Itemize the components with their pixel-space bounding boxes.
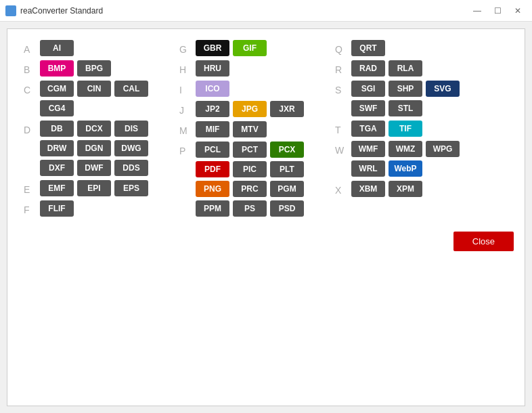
format-btn-wmf[interactable]: WMF xyxy=(351,141,385,157)
letter-I: I xyxy=(179,81,196,95)
section-F: FFLIF xyxy=(24,200,169,217)
format-btn-ppm[interactable]: PPM xyxy=(196,200,229,217)
letter-E: E xyxy=(24,180,40,195)
format-btn-qrt[interactable]: QRT xyxy=(351,40,385,56)
section-X: XXBMXPM xyxy=(335,181,480,197)
format-btn-mtv[interactable]: MTV xyxy=(233,121,267,137)
format-btn-shp[interactable]: SHP xyxy=(389,81,422,97)
format-btn-pcx[interactable]: PCX xyxy=(270,142,304,158)
section-G: GGBRGIF xyxy=(179,40,324,56)
format-btn-sgi[interactable]: SGI xyxy=(351,81,385,97)
format-btn-stl[interactable]: STL xyxy=(389,100,422,116)
format-btn-drw[interactable]: DRW xyxy=(40,140,74,156)
app-icon xyxy=(5,5,16,16)
title-bar-left: reaConverter Standard xyxy=(5,5,103,16)
letter-M: M xyxy=(179,121,196,136)
format-btn-hru[interactable]: HRU xyxy=(196,60,229,77)
format-btn-dxf[interactable]: DXF xyxy=(40,160,74,176)
format-btn-dds[interactable]: DDS xyxy=(114,160,148,176)
minimize-button[interactable]: — xyxy=(468,4,486,18)
format-grid: AAIBBMPBPGCCGMCINCALCG4DDBDCXDISDRWDGNDW… xyxy=(18,40,514,221)
format-btn-wpg[interactable]: WPG xyxy=(426,141,460,157)
section-M: MMIFMTV xyxy=(179,121,324,137)
format-btn-gif[interactable]: GIF xyxy=(233,40,267,56)
section-C: CCGMCINCALCG4 xyxy=(24,81,169,116)
format-btn-bmp[interactable]: BMP xyxy=(40,60,74,77)
format-btn-cg4[interactable]: CG4 xyxy=(40,100,74,116)
letter-R: R xyxy=(335,60,351,75)
letter-Q: Q xyxy=(335,40,351,55)
format-btn-psd[interactable]: PSD xyxy=(270,200,304,217)
format-btn-prc[interactable]: PRC xyxy=(233,181,267,197)
format-buttons-W: WMFWMZWPGWRLWebP xyxy=(351,141,480,177)
format-btn-dwg[interactable]: DWG xyxy=(114,140,148,156)
format-btn-cgm[interactable]: CGM xyxy=(40,81,74,97)
format-btn-jxr[interactable]: JXR xyxy=(270,101,304,117)
format-btn-db[interactable]: DB xyxy=(40,121,74,137)
format-btn-pgm[interactable]: PGM xyxy=(270,181,304,197)
window-close-button[interactable]: ✕ xyxy=(509,4,527,18)
main-window: AAIBBMPBPGCCGMCINCALCG4DDBDCXDISDRWDGNDW… xyxy=(7,28,525,406)
format-btn-wmz[interactable]: WMZ xyxy=(389,141,422,157)
format-buttons-G: GBRGIF xyxy=(196,40,324,56)
format-btn-dwf[interactable]: DWF xyxy=(77,160,111,176)
format-btn-dcx[interactable]: DCX xyxy=(77,121,111,137)
format-buttons-D: DBDCXDISDRWDGNDWGDXFDWFDDS xyxy=(40,121,169,176)
format-btn-gbr[interactable]: GBR xyxy=(196,40,229,56)
format-btn-cal[interactable]: CAL xyxy=(114,81,148,97)
format-btn-wrl[interactable]: WRL xyxy=(351,160,385,177)
format-btn-ps[interactable]: PS xyxy=(233,200,267,217)
bottom-row: Close xyxy=(18,221,514,251)
format-btn-tif[interactable]: TIF xyxy=(389,121,422,137)
format-btn-pct[interactable]: PCT xyxy=(233,142,267,158)
format-buttons-B: BMPBPG xyxy=(40,60,169,77)
format-btn-swf[interactable]: SWF xyxy=(351,100,385,116)
format-btn-rla[interactable]: RLA xyxy=(389,60,422,77)
format-btn-dis[interactable]: DIS xyxy=(114,121,148,137)
format-btn-pdf[interactable]: PDF xyxy=(196,161,229,177)
format-btn-ai[interactable]: AI xyxy=(40,40,74,56)
letter-D: D xyxy=(24,121,40,135)
window-title: reaConverter Standard xyxy=(20,6,103,16)
format-btn-cin[interactable]: CIN xyxy=(77,81,111,97)
format-btn-dgn[interactable]: DGN xyxy=(77,140,111,156)
format-btn-tga[interactable]: TGA xyxy=(351,121,385,137)
format-btn-rad[interactable]: RAD xyxy=(351,60,385,77)
section-E: EEMFEPIEPS xyxy=(24,180,169,196)
format-buttons-Q: QRT xyxy=(351,40,480,56)
format-btn-flif[interactable]: FLIF xyxy=(40,200,74,217)
letter-P: P xyxy=(179,142,196,156)
column-1: GGBRGIFHHRUIICOJJP2JPGJXRMMIFMTVPPCLPCTP… xyxy=(174,40,330,221)
format-btn-emf[interactable]: EMF xyxy=(40,180,74,196)
close-button[interactable]: Close xyxy=(453,232,514,251)
column-0: AAIBBMPBPGCCGMCINCALCG4DDBDCXDISDRWDGNDW… xyxy=(18,40,174,221)
letter-G: G xyxy=(179,40,196,55)
restore-button[interactable]: ☐ xyxy=(489,4,506,18)
section-A: AAI xyxy=(24,40,169,56)
format-buttons-C: CGMCINCALCG4 xyxy=(40,81,169,116)
format-btn-bpg[interactable]: BPG xyxy=(77,60,111,77)
format-btn-webp[interactable]: WebP xyxy=(389,160,422,177)
format-btn-xpm[interactable]: XPM xyxy=(389,181,422,197)
format-btn-pic[interactable]: PIC xyxy=(233,161,267,177)
format-btn-svg[interactable]: SVG xyxy=(426,81,460,97)
title-bar-controls: — ☐ ✕ xyxy=(468,4,527,18)
format-btn-epi[interactable]: EPI xyxy=(77,180,111,196)
letter-W: W xyxy=(335,141,351,156)
format-btn-jp2[interactable]: JP2 xyxy=(196,101,229,117)
section-W: WWMFWMZWPGWRLWebP xyxy=(335,141,480,177)
format-btn-jpg[interactable]: JPG xyxy=(233,101,267,117)
format-buttons-S: SGISHPSVGSWFSTL xyxy=(351,81,480,116)
format-btn-png[interactable]: PNG xyxy=(196,181,229,197)
format-btn-ico[interactable]: ICO xyxy=(196,81,229,97)
format-btn-pcl[interactable]: PCL xyxy=(196,142,229,158)
format-btn-eps[interactable]: EPS xyxy=(114,180,148,196)
format-buttons-A: AI xyxy=(40,40,169,56)
letter-H: H xyxy=(179,60,196,75)
format-btn-mif[interactable]: MIF xyxy=(196,121,229,137)
format-btn-plt[interactable]: PLT xyxy=(270,161,304,177)
format-buttons-J: JP2JPGJXR xyxy=(196,101,324,117)
section-B: BBMPBPG xyxy=(24,60,169,77)
section-H: HHRU xyxy=(179,60,324,77)
format-btn-xbm[interactable]: XBM xyxy=(351,181,385,197)
